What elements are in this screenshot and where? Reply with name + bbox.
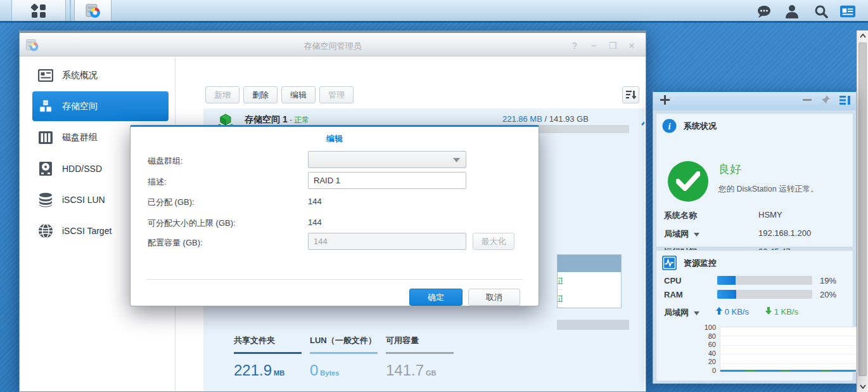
close-icon[interactable]: × <box>627 41 637 51</box>
cpu-label: CPU <box>664 276 681 285</box>
disk-group-label: 磁盘群组: <box>148 155 183 167</box>
network-chart: 1008060 40200 <box>664 327 848 375</box>
health-check-icon <box>668 161 708 202</box>
max-allocatable-label: 可分配大小的上限 (GB): <box>148 218 236 229</box>
volume-cubes-icon <box>38 99 53 114</box>
lan-label[interactable]: 局域网 <box>664 228 699 240</box>
waveform-icon <box>662 256 677 270</box>
ok-button[interactable]: 确定 <box>409 289 463 306</box>
lan-ip-value: 192.168.1.200 <box>758 228 811 238</box>
sort-descending-icon <box>626 90 636 100</box>
cancel-button[interactable]: 取消 <box>468 289 520 306</box>
cpu-value: 19% <box>820 276 836 285</box>
panel-layout-icon[interactable] <box>839 95 851 105</box>
hdd-icon <box>38 161 53 176</box>
scrollbar-thumb[interactable] <box>858 42 867 376</box>
system-name-value: HSMY <box>758 210 782 219</box>
sidebar-item-label: 磁盘群组 <box>62 132 98 143</box>
widget-title: 资源监控 <box>684 258 717 269</box>
add-widget-icon[interactable] <box>660 95 670 107</box>
collapse-chevron-icon[interactable] <box>641 119 644 128</box>
scroll-up-icon[interactable] <box>857 30 868 41</box>
dialog-title: 编辑 <box>131 133 539 145</box>
overview-card-icon <box>38 69 53 82</box>
sidebar-item-label: 存储空间 <box>62 101 98 112</box>
allocated-label: 已分配 (GB): <box>148 197 195 208</box>
taskbar <box>0 0 868 23</box>
disk-group-icon <box>38 131 53 145</box>
widget-title-row: i 系统状况 <box>662 119 717 133</box>
taskbar-divider <box>70 0 71 21</box>
widget-panel-header <box>653 92 856 110</box>
maximize-capacity-button[interactable]: 最大化 <box>473 233 514 250</box>
user-options-button[interactable] <box>784 4 800 18</box>
volume-usage: 221.86 MB / 141.93 GB <box>502 114 589 124</box>
search-button[interactable] <box>814 4 829 18</box>
chart-plot-area <box>720 327 857 372</box>
storage-manager-icon <box>84 2 102 20</box>
ram-label: RAM <box>664 290 683 299</box>
sort-button[interactable] <box>622 86 639 103</box>
volume-status-badge: 正常 <box>294 115 309 124</box>
sidebar-item-label: HDD/SSD <box>62 164 102 174</box>
minimize-panel-icon[interactable] <box>803 99 812 101</box>
chart-traffic-line <box>720 370 856 372</box>
main-menu-grid-icon <box>30 3 47 18</box>
upload-rate: 0 KB/s <box>716 307 749 317</box>
scroll-down-icon[interactable] <box>857 381 868 392</box>
delete-button[interactable]: 删除 <box>243 86 278 103</box>
add-button[interactable]: 新增 <box>205 86 239 103</box>
up-arrow-icon <box>716 307 722 315</box>
window-titlebar[interactable]: 存储空间管理员 ? − ❒ × <box>20 31 646 56</box>
help-icon[interactable]: ? <box>570 41 580 51</box>
cpu-meter <box>717 276 812 285</box>
stat-lun: LUN（一般文件） 0Bytes <box>310 335 380 379</box>
widget-title-row: 资源监控 <box>662 256 717 270</box>
page-scrollbar[interactable] <box>857 30 868 392</box>
configured-capacity-label: 配置容量 (GB): <box>148 237 203 249</box>
drive-row-status: 正常 <box>558 272 563 290</box>
drive-table-header <box>558 255 621 272</box>
maximize-icon[interactable]: ❒ <box>608 41 618 51</box>
minimize-icon[interactable]: − <box>589 41 599 51</box>
drive-table-partial: 正常 正常 <box>557 254 622 308</box>
drive-row-status: 正常 <box>558 290 563 308</box>
system-health-widget: i 系统状况 良好 您的 DiskStation 运转正常。 系统名称 HSMY… <box>656 113 853 247</box>
chevron-down-icon <box>453 158 460 162</box>
desktop: 存储空间管理员 ? − ❒ × 系统概况 <box>0 0 868 392</box>
stat-shared-folder: 共享文件夹 221.9MB <box>234 335 303 379</box>
main-menu-button[interactable] <box>11 0 66 21</box>
pin-icon[interactable] <box>820 95 831 105</box>
stat-available: 可用容量 141.7GB <box>386 335 456 379</box>
down-arrow-icon <box>765 307 772 315</box>
dialog-separator <box>146 279 523 280</box>
chevron-down-icon <box>694 233 699 237</box>
notifications-button[interactable] <box>756 4 772 18</box>
storage-manager-task-button[interactable] <box>74 0 112 21</box>
disk-group-select[interactable] <box>308 151 466 168</box>
allocated-value: 144 <box>308 197 322 206</box>
description-label: 描述: <box>148 176 167 188</box>
ram-meter <box>717 290 812 299</box>
sidebar-item-storage-space[interactable]: 存储空间 <box>32 91 169 121</box>
sidebar-item-label: iSCSI Target <box>62 226 112 236</box>
edit-dialog: 编辑 磁盘群组: 描述: 已分配 (GB): 144 可分配大小的上限 (GB)… <box>130 125 539 306</box>
chat-bubble-icon <box>756 5 772 18</box>
resource-monitor-widget: 资源监控 CPU 19% RAM 20% 局域网 0 KB/s 1 KB/s 1… <box>656 250 853 381</box>
edit-button[interactable]: 编辑 <box>281 86 316 103</box>
volume-title: 存储空间 1 - 正常 <box>245 114 309 126</box>
manage-button[interactable]: 管理 <box>319 86 354 103</box>
system-name-label: 系统名称 <box>664 210 697 221</box>
widget-title: 系统状况 <box>684 121 717 132</box>
download-rate: 1 KB/s <box>765 307 798 317</box>
health-description: 您的 DiskStation 运转正常。 <box>718 184 819 195</box>
sidebar-item-overview[interactable]: 系统概况 <box>32 60 169 90</box>
widget-panel: i 系统状况 良好 您的 DiskStation 运转正常。 系统名称 HSMY… <box>653 91 857 384</box>
net-lan-label[interactable]: 局域网 <box>664 307 699 318</box>
user-icon <box>786 4 798 18</box>
pilot-view-icon <box>840 5 855 18</box>
description-field[interactable] <box>308 172 466 189</box>
pilot-view-button[interactable] <box>840 4 855 18</box>
configured-capacity-field[interactable] <box>308 233 466 250</box>
capacity-bar-partial <box>557 320 629 330</box>
